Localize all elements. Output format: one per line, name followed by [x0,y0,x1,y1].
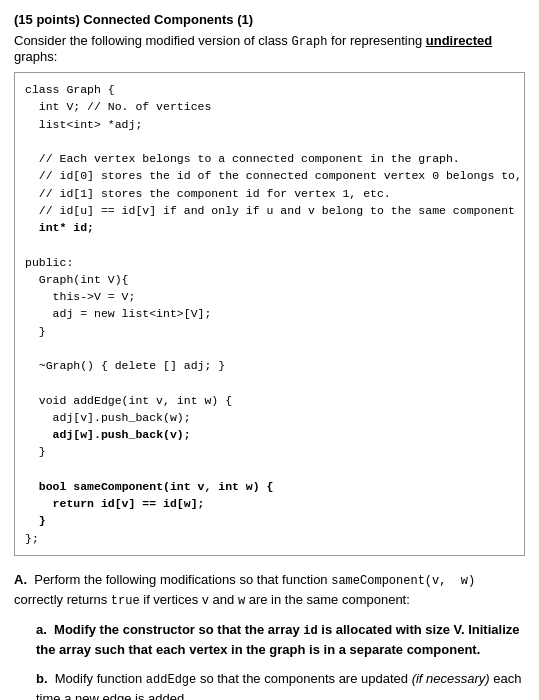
problem-container: (15 points) Connected Components (1) Con… [14,12,525,700]
sub-question-b: b. Modify function addEdge so that the c… [36,669,525,700]
question-intro: A. Perform the following modifications s… [14,570,525,610]
problem-title: (15 points) Connected Components (1) [14,12,525,27]
code-block: class Graph { int V; // No. of vertices … [14,72,525,556]
sub-question-a: a. Modify the constructor so that the ar… [36,620,525,660]
intro-text: Consider the following modified version … [14,33,525,64]
